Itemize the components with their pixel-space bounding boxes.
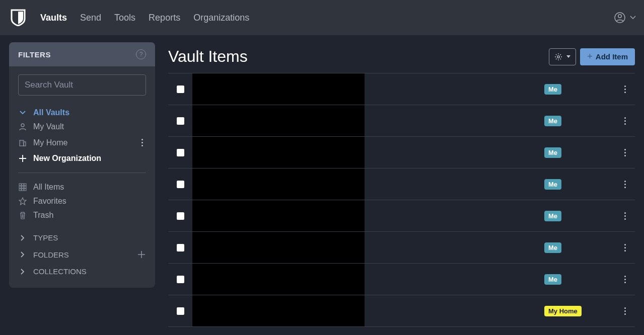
row-actions [615,273,635,286]
caret-down-icon [566,55,570,58]
filters-header: FILTERS ? [9,42,155,66]
svg-rect-11 [19,189,21,191]
owner-cell: Me [544,179,615,190]
row-checkbox[interactable] [177,244,184,252]
section-label: COLLECTIONS [33,267,87,276]
bulk-actions-button[interactable] [549,48,576,65]
owner-cell: Me [544,147,615,158]
section-types[interactable]: TYPES [18,229,146,246]
item-name-cell[interactable] [192,169,365,200]
nav-link-send[interactable]: Send [80,13,101,23]
checkbox-cell [168,212,192,220]
new-organization-button[interactable]: New Organization [18,151,146,165]
nav-right [614,12,636,24]
vault-item-menu[interactable] [138,136,146,149]
table-row: Me [168,137,635,169]
category-all-items[interactable]: All Items [18,180,146,194]
checkbox-cell [168,307,192,315]
org-icon [18,139,27,147]
owner-badge: Me [544,274,561,285]
row-menu-button[interactable] [621,146,629,159]
help-icon[interactable]: ? [136,49,146,59]
vault-item-label: My Home [33,138,67,147]
row-menu-button[interactable] [621,82,629,96]
chevron-right-icon [18,268,27,275]
owner-badge: Me [544,211,561,221]
app-logo[interactable] [8,8,28,28]
row-menu-button[interactable] [621,241,629,255]
nav-link-reports[interactable]: Reports [149,13,180,23]
filters-title: FILTERS [18,50,51,59]
plus-icon: + [587,51,593,62]
owner-cell: Me [544,242,615,253]
item-name-cell[interactable] [192,232,365,263]
svg-point-2 [21,124,24,127]
row-actions [615,209,635,223]
svg-rect-7 [24,184,26,186]
row-menu-button[interactable] [621,178,629,191]
row-menu-button[interactable] [621,273,629,286]
svg-point-14 [557,55,559,57]
nav-link-organizations[interactable]: Organizations [193,13,249,23]
row-menu-button[interactable] [621,304,629,318]
svg-rect-13 [24,189,26,191]
row-checkbox[interactable] [177,149,184,156]
row-actions [615,146,635,159]
section-folders[interactable]: FOLDERS [18,246,146,263]
item-name-cell[interactable] [192,295,365,326]
filter-label: All Vaults [33,108,69,117]
owner-cell: Me [544,84,615,95]
checkbox-cell [168,244,192,252]
row-menu-button[interactable] [621,114,629,128]
table-row: Me [168,232,635,264]
profile-menu[interactable] [614,12,626,24]
category-trash[interactable]: Trash [18,208,146,222]
item-name-cell[interactable] [192,105,365,136]
checkbox-cell [168,117,192,125]
search-input[interactable] [25,80,139,90]
nav-links: VaultsSendToolsReportsOrganizations [40,13,249,23]
row-checkbox[interactable] [177,307,184,315]
row-actions [615,304,635,318]
table-row: Me [168,264,635,295]
row-checkbox[interactable] [177,86,184,93]
row-actions [615,178,635,191]
section-collections[interactable]: COLLECTIONS [18,263,146,280]
item-name-cell[interactable] [192,264,365,295]
new-org-label: New Organization [33,154,101,163]
item-name-cell[interactable] [192,137,365,168]
owner-cell: My Home [544,306,615,316]
item-name-cell[interactable] [192,73,365,105]
sidebar: FILTERS ? All Vaults My VaultMy Home [9,42,155,288]
row-checkbox[interactable] [177,212,184,220]
add-folder-button[interactable] [137,250,146,259]
row-checkbox[interactable] [177,181,184,188]
add-item-button[interactable]: + Add Item [580,48,635,65]
row-checkbox[interactable] [177,117,184,125]
category-label: Trash [33,211,53,220]
row-menu-button[interactable] [621,209,629,223]
chevron-right-icon [18,251,27,258]
checkbox-cell [168,149,192,156]
table-row: Me [168,105,635,137]
row-checkbox[interactable] [177,276,184,283]
chevron-down-icon[interactable] [630,16,636,20]
row-actions [615,114,635,128]
vault-item-my-home[interactable]: My Home [18,134,146,151]
owner-cell: Me [544,116,615,126]
nav-link-vaults[interactable]: Vaults [40,13,67,23]
svg-rect-9 [22,186,24,188]
svg-rect-3 [20,140,24,146]
owner-badge: Me [544,179,561,190]
user-circle-icon [614,12,626,24]
filter-all-vaults[interactable]: All Vaults [18,106,146,120]
header-actions: + Add Item [549,48,635,65]
section-label: FOLDERS [33,250,69,259]
category-favorites[interactable]: Favorites [18,194,146,208]
add-item-label: Add Item [596,52,628,61]
vault-item-my-vault[interactable]: My Vault [18,120,146,134]
grid-icon [18,183,27,191]
shield-icon [11,9,26,26]
item-name-cell[interactable] [192,200,365,231]
nav-link-tools[interactable]: Tools [114,13,135,23]
